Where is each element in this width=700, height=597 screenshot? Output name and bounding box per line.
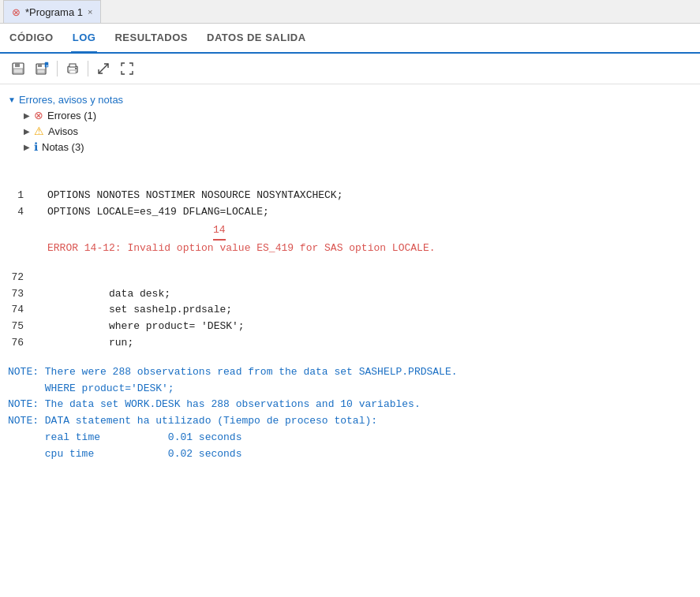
- tree-arrow-notes-icon: ▶: [24, 143, 30, 151]
- line-number-1: 1: [8, 188, 47, 204]
- expand-button[interactable]: [93, 58, 114, 79]
- warning-icon: ⚠: [34, 125, 44, 137]
- line-number-73: 73: [8, 286, 47, 303]
- code-line-4: 4 OPTIONS LOCALE=es_419 DFLANG=LOCALE;: [8, 204, 692, 221]
- tree-header[interactable]: ▼ Errores, avisos y notas: [8, 92, 692, 107]
- error-message-row: ERROR 14-12: Invalid option value ES_419…: [8, 241, 692, 257]
- line-number-75: 75: [8, 319, 47, 335]
- notes-label: Notas (3): [42, 141, 84, 153]
- print-button[interactable]: [62, 58, 83, 79]
- svg-rect-2: [13, 69, 23, 73]
- underline-row: 14: [8, 221, 692, 241]
- separator-2: [88, 61, 88, 76]
- note-line-3: NOTE: The data set WORK.DESK has 288 obs…: [8, 397, 692, 413]
- error-underline: 14: [213, 221, 226, 241]
- svg-rect-10: [69, 70, 76, 73]
- line-number-76: 76: [8, 335, 47, 352]
- tree-item-warnings[interactable]: ▶ ⚠ Avisos: [8, 123, 692, 139]
- tree-collapse-icon: ▼: [8, 95, 16, 104]
- tab-datos[interactable]: DATOS DE SALIDA: [205, 24, 307, 54]
- note-line-5: real time 0.01 seconds: [8, 430, 692, 446]
- line-code-74: set sashelp.prdsale;: [47, 302, 232, 319]
- svg-rect-9: [69, 64, 76, 67]
- note-line-2: WHERE product='DESK';: [8, 381, 692, 397]
- note-line-4: NOTE: DATA statement ha utilizado (Tiemp…: [8, 413, 692, 430]
- tab-codigo[interactable]: CÓDIGO: [8, 24, 55, 54]
- line-code-4: OPTIONS LOCALE=es_419 DFLANG=LOCALE;: [47, 204, 269, 221]
- line-number-4: 4: [8, 204, 47, 221]
- error-label: Errores (1): [47, 110, 96, 121]
- svg-line-13: [99, 69, 103, 73]
- code-line-76: 76 run;: [8, 335, 692, 352]
- line-code-1: OPTIONS NONOTES NOSTIMER NOSOURCE NOSYNT…: [47, 188, 343, 204]
- code-line-1: 1 OPTIONS NONOTES NOSTIMER NOSOURCE NOSY…: [8, 188, 692, 204]
- code-line-72: 72: [8, 270, 692, 286]
- line-number-72: 72: [8, 270, 47, 286]
- separator-1: [57, 61, 58, 76]
- code-line-75: 75 where product= 'DESK';: [8, 319, 692, 335]
- tree-arrow-warning-icon: ▶: [24, 127, 30, 136]
- note-line-1: NOTE: There were 288 observations read f…: [8, 364, 692, 381]
- code-line-74: 74 set sashelp.prdsale;: [8, 302, 692, 319]
- error-icon: ⊗: [34, 109, 43, 121]
- save-as-button[interactable]: +: [32, 58, 52, 79]
- line-code-76: run;: [47, 335, 133, 352]
- svg-rect-5: [37, 69, 45, 73]
- tree-section: ▼ Errores, avisos y notas ▶ ⊗ Errores (1…: [8, 92, 692, 155]
- tab-resultados[interactable]: RESULTADOS: [113, 24, 189, 54]
- svg-line-12: [103, 64, 108, 69]
- svg-rect-1: [15, 63, 20, 67]
- tree-header-label: Errores, avisos y notas: [19, 94, 123, 106]
- tree-item-errors[interactable]: ▶ ⊗ Errores (1): [8, 107, 692, 123]
- fullscreen-button[interactable]: [117, 58, 137, 79]
- tab-log[interactable]: LOG: [71, 24, 98, 54]
- svg-point-11: [75, 68, 77, 69]
- tree-arrow-icon: ▶: [24, 111, 30, 120]
- save-button[interactable]: [8, 58, 28, 79]
- error-message: ERROR 14-12: Invalid option value ES_419…: [47, 241, 435, 257]
- nav-tabs: CÓDIGO LOG RESULTADOS DATOS DE SALIDA: [0, 24, 700, 54]
- log-area: ▼ Errores, avisos y notas ▶ ⊗ Errores (1…: [0, 84, 700, 162]
- line-code-73: data desk;: [47, 286, 170, 303]
- toolbar: +: [0, 54, 700, 84]
- tree-item-notes[interactable]: ▶ ℹ Notas (3): [8, 139, 692, 155]
- log-code: 1 OPTIONS NONOTES NOSTIMER NOSOURCE NOSY…: [0, 175, 700, 463]
- tab-bar: ⊗ *Programa 1 ×: [0, 0, 700, 24]
- tab-title: *Programa 1: [25, 6, 83, 18]
- note-line-6: cpu time 0.02 seconds: [8, 446, 692, 463]
- tab-close-button[interactable]: ×: [88, 7, 92, 17]
- svg-rect-4: [38, 64, 42, 67]
- program-tab[interactable]: ⊗ *Programa 1 ×: [3, 0, 101, 23]
- line-code-75: where product= 'DESK';: [47, 319, 245, 335]
- info-icon: ℹ: [34, 140, 38, 153]
- code-line-73: 73 data desk;: [8, 286, 692, 303]
- svg-text:+: +: [46, 64, 48, 69]
- line-number-74: 74: [8, 302, 47, 319]
- tab-error-icon: ⊗: [12, 6, 21, 18]
- warning-label: Avisos: [48, 125, 78, 137]
